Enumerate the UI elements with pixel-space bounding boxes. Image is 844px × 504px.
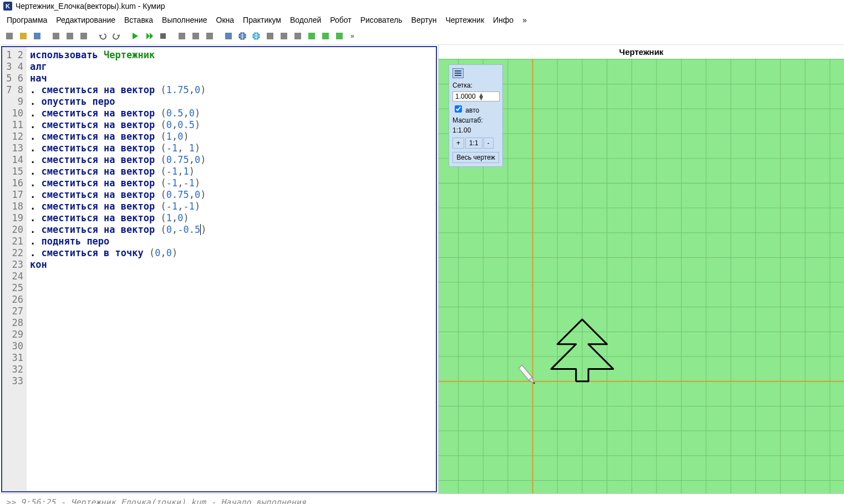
zoom-out-button[interactable]: -	[484, 138, 494, 149]
svg-rect-1	[20, 33, 27, 39]
zoom-reset-button[interactable]: 1:1	[465, 138, 482, 149]
step-out-icon[interactable]	[204, 30, 216, 42]
svg-rect-4	[67, 33, 73, 39]
scale-value: 1:1.00	[452, 126, 499, 134]
copy-icon[interactable]	[64, 30, 76, 42]
svg-rect-18	[336, 33, 343, 39]
canvas-controls: Сетка: 1.0000 ▲▼ авто Масштаб: 1:1.00 + …	[449, 64, 503, 167]
fit-button[interactable]: Весь чертеж	[452, 152, 499, 163]
svg-rect-15	[294, 33, 301, 39]
menu-12[interactable]: »	[518, 13, 531, 27]
globe-blue-icon[interactable]	[236, 30, 248, 42]
svg-rect-14	[281, 33, 287, 39]
auto-row[interactable]: авто	[452, 104, 499, 114]
grid-value: 1.0000	[454, 93, 476, 100]
grid-green-icon[interactable]	[333, 30, 345, 42]
save-file-icon[interactable]	[31, 30, 43, 42]
drawing-canvas[interactable]: Сетка: 1.0000 ▲▼ авто Масштаб: 1:1.00 + …	[439, 59, 844, 493]
open-file-icon[interactable]	[17, 30, 29, 42]
undo-icon[interactable]	[96, 30, 109, 42]
redo-icon[interactable]	[110, 30, 123, 42]
menu-10[interactable]: Чертежник	[441, 13, 489, 27]
menu-8[interactable]: Рисователь	[356, 13, 407, 27]
drawing-panel: Чертежник Сетка: 1.0000 ▲▼ авто Масштаб:…	[438, 45, 844, 493]
new-file-icon[interactable]	[3, 30, 16, 42]
more-icon[interactable]: »	[347, 30, 359, 42]
window-title: Чертежник_Елочка(векторы).kum - Кумир	[16, 2, 165, 11]
svg-text:»: »	[350, 32, 354, 40]
console: >> 9:56:25 - Чертежник_Елочка(точки).kum…	[0, 493, 844, 504]
doc-green2-icon[interactable]	[319, 30, 332, 42]
menu-4[interactable]: Окна	[212, 13, 239, 27]
svg-rect-13	[267, 33, 273, 39]
menu-0[interactable]: Программа	[2, 13, 52, 27]
cut-icon[interactable]	[50, 30, 62, 42]
titlebar: K Чертежник_Елочка(векторы).kum - Кумир	[0, 0, 844, 12]
menu-icon[interactable]	[452, 68, 464, 78]
paste-icon[interactable]	[78, 30, 90, 42]
doc-green-icon[interactable]	[306, 30, 318, 42]
drawing-title: Чертежник	[439, 45, 844, 59]
left-panel: 1 2 3 4 5 6 7 8 9 10 11 12 13 14 15 16 1…	[0, 45, 438, 493]
grid-view-icon[interactable]	[222, 30, 235, 42]
scale-label: Масштаб:	[452, 116, 499, 124]
code-content[interactable]: использовать Чертежник алг нач . сместит…	[27, 47, 436, 491]
panel-2-icon[interactable]	[278, 30, 290, 42]
svg-rect-5	[80, 33, 87, 39]
console-text: >> 9:56:25 - Чертежник_Елочка(точки).kum…	[6, 497, 306, 504]
menubar: ПрограммаРедактированиеВставкаВыполнение…	[0, 12, 844, 28]
menu-3[interactable]: Выполнение	[157, 13, 211, 27]
svg-rect-22	[518, 365, 532, 380]
svg-rect-8	[192, 33, 199, 39]
menu-5[interactable]: Практикум	[238, 13, 286, 27]
svg-rect-17	[322, 33, 329, 39]
globe-cyan-icon[interactable]	[250, 30, 262, 42]
panel-1-icon[interactable]	[264, 30, 276, 42]
app-icon: K	[3, 2, 12, 11]
auto-label: авто	[465, 106, 479, 114]
svg-rect-6	[160, 33, 166, 39]
step-icon[interactable]	[143, 30, 155, 42]
svg-rect-0	[6, 33, 13, 39]
menu-11[interactable]: Инфо	[489, 13, 518, 27]
line-gutter: 1 2 3 4 5 6 7 8 9 10 11 12 13 14 15 16 1…	[2, 47, 27, 491]
menu-2[interactable]: Вставка	[120, 13, 157, 27]
stop-icon[interactable]	[157, 30, 169, 42]
menu-1[interactable]: Редактирование	[52, 13, 120, 27]
toolbar: »	[0, 28, 844, 45]
zoom-in-button[interactable]: +	[452, 138, 464, 149]
menu-6[interactable]: Водолей	[286, 13, 326, 27]
svg-rect-10	[225, 33, 232, 39]
step-into-icon[interactable]	[190, 30, 202, 42]
grid-spinner[interactable]: 1.0000 ▲▼	[452, 91, 500, 101]
svg-rect-9	[206, 33, 213, 39]
main-area: 1 2 3 4 5 6 7 8 9 10 11 12 13 14 15 16 1…	[0, 45, 844, 493]
code-editor[interactable]: 1 2 3 4 5 6 7 8 9 10 11 12 13 14 15 16 1…	[1, 46, 437, 492]
svg-rect-7	[179, 33, 185, 39]
svg-rect-2	[34, 33, 40, 39]
menu-9[interactable]: Вертун	[407, 13, 441, 27]
svg-rect-3	[53, 33, 59, 39]
breakpoint-icon[interactable]	[176, 30, 188, 42]
grid-label: Сетка:	[452, 82, 499, 89]
panel-3-icon[interactable]	[292, 30, 304, 42]
svg-rect-16	[308, 33, 315, 39]
run-icon[interactable]	[129, 30, 141, 42]
menu-7[interactable]: Робот	[326, 13, 355, 27]
auto-checkbox[interactable]	[455, 105, 462, 113]
